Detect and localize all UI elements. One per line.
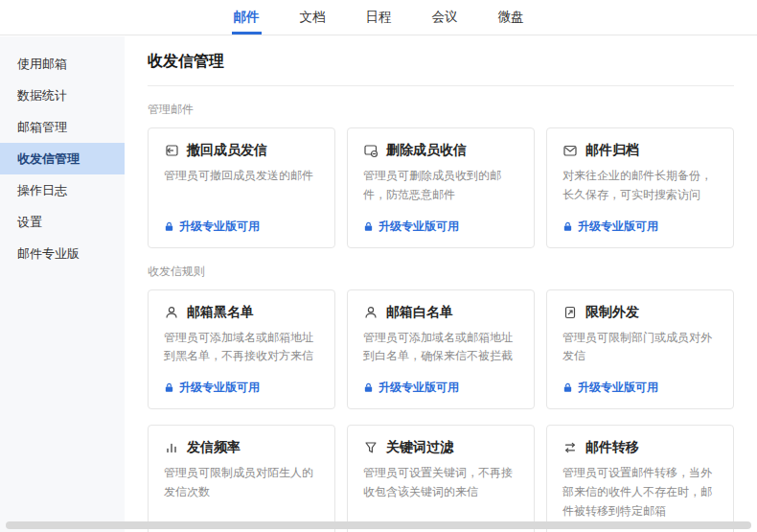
card-desc: 管理员可撤回成员发送的邮件 — [164, 167, 319, 186]
upgrade-label: 升级专业版可用 — [378, 380, 459, 396]
horizontal-scrollbar[interactable] — [6, 521, 751, 529]
upgrade-link[interactable]: 升级专业版可用 — [562, 205, 718, 235]
blacklist-icon — [164, 305, 179, 320]
card-title: 发信频率 — [187, 439, 241, 456]
tab-mail[interactable]: 邮件 — [232, 0, 262, 35]
main-content: 收发信管理 管理邮件 撤回成员发信 管理员可撤回成员发送的邮件 — [125, 36, 757, 532]
sidebar-item-send-receive-mgmt[interactable]: 收发信管理 — [0, 143, 125, 174]
card-mail-archive[interactable]: 邮件归档 对来往企业的邮件长期备份，长久保存，可实时搜索访问 升级专业版可用 — [546, 127, 734, 248]
section-label-rules: 收发信规则 — [148, 264, 734, 280]
card-mail-transfer[interactable]: 邮件转移 管理员可设置邮件转移，当外部来信的收件人不存在时，邮件被转移到特定邮箱… — [546, 425, 734, 532]
top-nav: 邮件 文档 日程 会议 微盘 — [0, 0, 757, 35]
card-send-frequency[interactable]: 发信频率 管理员可限制成员对陌生人的发信次数 升级专业版可用 — [148, 425, 335, 532]
upgrade-link[interactable]: 升级专业版可用 — [164, 205, 319, 235]
tab-docs[interactable]: 文档 — [298, 0, 328, 35]
card-title: 撤回成员发信 — [187, 142, 267, 159]
card-title: 关键词过滤 — [386, 439, 453, 456]
card-desc: 管理员可删除成员收到的邮件，防范恶意邮件 — [363, 167, 518, 205]
lock-icon — [164, 221, 174, 232]
upgrade-link[interactable]: 升级专业版可用 — [164, 366, 319, 396]
lock-icon — [562, 221, 573, 232]
upgrade-label: 升级专业版可用 — [578, 380, 658, 396]
card-title: 邮箱黑名单 — [187, 304, 254, 321]
card-restrict-outgoing[interactable]: 限制外发 管理员可限制部门或成员对外发信 升级专业版可用 — [546, 289, 734, 410]
card-grid-rules: 邮箱黑名单 管理员可添加域名或邮箱地址到黑名单，不再接收对方来信 升级专业版可用 — [148, 289, 734, 532]
sidebar-item-mail-pro[interactable]: 邮件专业版 — [0, 238, 125, 269]
tab-drive[interactable]: 微盘 — [496, 0, 526, 35]
card-desc: 管理员可限制成员对陌生人的发信次数 — [164, 464, 319, 502]
card-whitelist[interactable]: 邮箱白名单 管理员可添加域名或邮箱地址到白名单，确保来信不被拦截 升级专业版可用 — [347, 289, 535, 410]
card-desc: 管理员可设置邮件转移，当外部来信的收件人不存在时，邮件被转移到特定邮箱 — [562, 464, 718, 520]
lock-icon — [562, 382, 573, 393]
sidebar-item-use-mailbox[interactable]: 使用邮箱 — [0, 48, 125, 80]
card-title: 邮件归档 — [585, 142, 639, 159]
card-title: 限制外发 — [585, 304, 639, 321]
delete-mail-icon — [363, 143, 378, 158]
page-title: 收发信管理 — [148, 52, 734, 86]
card-desc: 管理员可添加域名或邮箱地址到黑名单，不再接收对方来信 — [164, 329, 319, 367]
upgrade-label: 升级专业版可用 — [578, 219, 658, 235]
sidebar-item-statistics[interactable]: 数据统计 — [0, 80, 125, 111]
sidebar-item-settings[interactable]: 设置 — [0, 206, 125, 238]
keyword-filter-icon — [363, 440, 378, 455]
lock-icon — [164, 382, 174, 393]
card-title: 删除成员收信 — [386, 142, 467, 159]
lock-icon — [363, 221, 374, 232]
card-desc: 管理员可限制部门或成员对外发信 — [562, 329, 718, 367]
card-delete-mail[interactable]: 删除成员收信 管理员可删除成员收到的邮件，防范恶意邮件 升级专业版可用 — [347, 127, 535, 248]
card-desc: 管理员可设置关键词，不再接收包含该关键词的来信 — [363, 464, 518, 502]
card-blacklist[interactable]: 邮箱黑名单 管理员可添加域名或邮箱地址到黑名单，不再接收对方来信 升级专业版可用 — [148, 289, 335, 410]
upgrade-link[interactable]: 升级专业版可用 — [363, 205, 518, 235]
tab-calendar[interactable]: 日程 — [364, 0, 394, 35]
card-desc: 管理员可添加域名或邮箱地址到白名单，确保来信不被拦截 — [363, 329, 518, 367]
restrict-outgoing-icon — [562, 305, 578, 320]
card-desc: 对来往企业的邮件长期备份，长久保存，可实时搜索访问 — [562, 167, 718, 205]
upgrade-label: 升级专业版可用 — [378, 219, 459, 235]
upgrade-label: 升级专业版可用 — [179, 219, 260, 235]
card-grid-manage-mail: 撤回成员发信 管理员可撤回成员发送的邮件 升级专业版可用 — [148, 127, 734, 248]
card-title: 邮箱白名单 — [386, 304, 453, 321]
upgrade-link[interactable]: 升级专业版可用 — [363, 366, 518, 396]
card-keyword-filter[interactable]: 关键词过滤 管理员可设置关键词，不再接收包含该关键词的来信 升级专业版可用 — [347, 425, 535, 532]
sidebar-item-operation-log[interactable]: 操作日志 — [0, 174, 125, 206]
sidebar: 使用邮箱 数据统计 邮箱管理 收发信管理 操作日志 设置 邮件专业版 — [0, 36, 125, 532]
tab-meeting[interactable]: 会议 — [430, 0, 460, 35]
mail-transfer-icon — [562, 440, 578, 455]
send-frequency-icon — [164, 440, 179, 455]
card-recall-mail[interactable]: 撤回成员发信 管理员可撤回成员发送的邮件 升级专业版可用 — [148, 127, 335, 248]
sidebar-item-mailbox-mgmt[interactable]: 邮箱管理 — [0, 111, 125, 143]
mail-archive-icon — [562, 143, 578, 158]
upgrade-link[interactable]: 升级专业版可用 — [562, 366, 718, 396]
card-title: 邮件转移 — [585, 439, 639, 456]
section-label-manage-mail: 管理邮件 — [148, 102, 734, 118]
recall-mail-icon — [164, 143, 179, 158]
lock-icon — [363, 382, 374, 393]
upgrade-label: 升级专业版可用 — [179, 380, 260, 396]
whitelist-icon — [363, 305, 378, 320]
